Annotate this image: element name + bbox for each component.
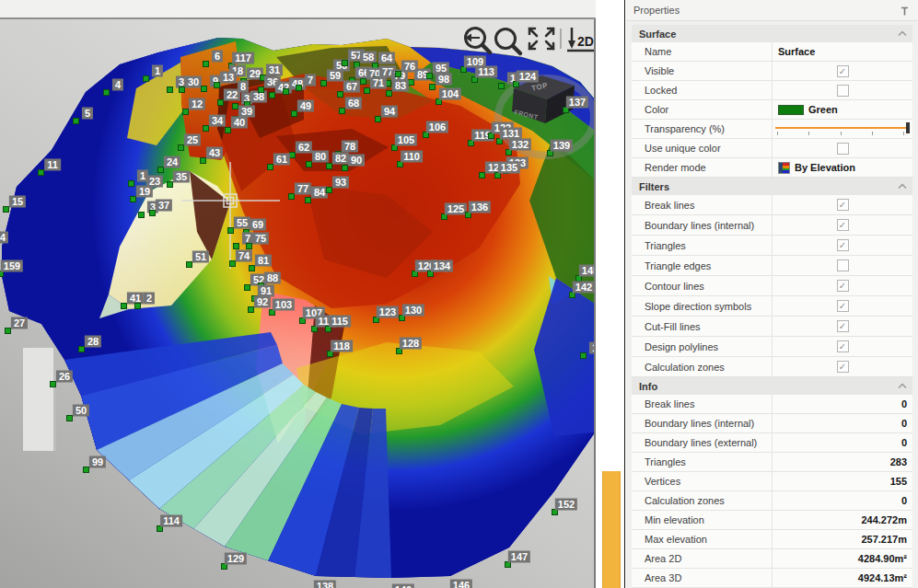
color-swatch[interactable] (778, 105, 804, 115)
prop-row-area-3d: Area 3D4924.13m² (632, 569, 912, 588)
prop-label: Design polylines (632, 337, 772, 356)
prop-label: Triangle edges (632, 256, 772, 275)
prop-label: Min elevation (632, 511, 772, 529)
properties-panel: Properties SurfaceNameSurfaceVisible✓Loc… (626, 0, 918, 588)
chevron-up-icon[interactable] (898, 383, 907, 389)
panel-edge-highlight (602, 471, 621, 588)
checkbox[interactable] (837, 85, 849, 97)
prop-value: 4284.90m² (772, 549, 912, 568)
checkbox[interactable]: ✓ (837, 199, 849, 211)
prop-value: 283 (772, 453, 912, 471)
checkbox[interactable] (837, 259, 849, 271)
prop-row-break-lines: Break lines✓ (632, 195, 912, 215)
render-mode-icon (778, 162, 790, 174)
prop-value: 0 (772, 414, 912, 432)
prop-value[interactable] (772, 81, 912, 99)
prop-row-break-lines: Break lines0 (632, 395, 912, 414)
checkbox[interactable]: ✓ (837, 239, 849, 251)
prop-label: Visible (632, 62, 772, 80)
prop-row-max-elevation: Max elevation257.217m (632, 530, 912, 549)
panel-title: Properties (633, 5, 899, 16)
checkbox[interactable]: ✓ (837, 280, 849, 292)
view-2d-label: 2D (577, 34, 594, 49)
checkbox[interactable]: ✓ (837, 65, 849, 77)
zoom-icon[interactable] (496, 29, 521, 54)
prop-value[interactable] (772, 120, 912, 138)
prop-value[interactable] (772, 256, 912, 275)
prop-row-locked: Locked (632, 81, 912, 100)
prop-label: Locked (632, 81, 772, 99)
prop-row-render-mode: Render modeBy Elevation (632, 158, 912, 178)
prop-label: Cut-Fill lines (632, 317, 772, 336)
checkbox[interactable]: ✓ (837, 219, 849, 231)
prop-value[interactable]: ✓ (772, 276, 912, 295)
prop-label: Calculation zones (632, 357, 772, 376)
pin-icon[interactable] (899, 5, 911, 17)
3d-viewport-area: TOP FRONT 145611718293133091382233836424… (0, 0, 596, 588)
prop-value[interactable]: By Elevation (772, 158, 912, 177)
prop-value[interactable]: ✓ (772, 337, 912, 356)
prop-value: 155 (772, 472, 912, 490)
prop-value[interactable]: ✓ (772, 357, 912, 376)
prop-label: Calculation zones (632, 491, 772, 510)
prop-label: Render mode (632, 158, 772, 177)
section-header-surface[interactable]: Surface (632, 25, 912, 42)
prop-row-slope-direction-symbols: Slope direction symbols✓ (632, 296, 912, 317)
prop-row-triangles: Triangles✓ (632, 236, 912, 256)
prop-row-area-2d: Area 2D4284.90m² (632, 549, 912, 569)
prop-row-boundary-lines-internal: Boundary lines (internal)0 (632, 414, 912, 433)
prop-row-calculation-zones: Calculation zones✓ (632, 357, 912, 377)
checkbox[interactable]: ✓ (837, 361, 849, 373)
prop-value: 257.217m (772, 530, 912, 548)
panel-gap (596, 0, 625, 588)
viewport-toolbar: 2D (0, 19, 594, 588)
prop-value[interactable]: ✓ (772, 236, 912, 255)
prop-label: Transparency (%) (632, 120, 772, 138)
prop-value[interactable]: Surface (772, 42, 912, 61)
prop-label: Triangles (632, 453, 772, 471)
prop-value[interactable] (772, 139, 912, 157)
prop-value[interactable]: ✓ (772, 296, 912, 316)
checkbox[interactable]: ✓ (837, 340, 849, 352)
checkbox[interactable]: ✓ (837, 300, 849, 312)
prop-label: Break lines (632, 395, 772, 413)
prop-value[interactable]: ✓ (772, 215, 912, 235)
app-window: TOP FRONT 145611718293133091382233836424… (0, 0, 918, 588)
transparency-slider[interactable] (775, 121, 910, 137)
prop-row-visible: Visible✓ (632, 62, 912, 81)
section-header-filters[interactable]: Filters (632, 178, 912, 195)
chevron-up-icon[interactable] (898, 183, 907, 190)
prop-row-name: NameSurface (632, 42, 912, 62)
prop-row-contour-lines: Contour lines✓ (632, 276, 912, 296)
prop-row-min-elevation: Min elevation244.272m (632, 511, 912, 530)
zoom-extents-icon[interactable] (529, 29, 553, 49)
section-title: Surface (639, 29, 676, 40)
prop-row-triangle-edges: Triangle edges (632, 256, 912, 276)
prop-label: Max elevation (632, 530, 772, 548)
prop-value: 0 (772, 395, 912, 413)
prop-value[interactable]: Green (772, 100, 912, 119)
prop-value[interactable]: ✓ (772, 62, 912, 80)
checkbox[interactable] (837, 143, 849, 155)
prop-row-cut-fill-lines: Cut-Fill lines✓ (632, 317, 912, 337)
chevron-up-icon[interactable] (898, 30, 907, 37)
prop-value[interactable]: ✓ (772, 317, 912, 336)
3d-viewport[interactable]: TOP FRONT 145611718293133091382233836424… (0, 19, 596, 588)
prop-label: Triangles (632, 236, 772, 255)
checkbox[interactable]: ✓ (837, 320, 849, 332)
prop-row-boundary-lines-external: Boundary lines (external)0 (632, 433, 912, 453)
slider-handle[interactable] (906, 122, 910, 133)
prop-value: 4924.13m² (772, 569, 912, 587)
prop-row-vertices: Vertices155 (632, 472, 912, 491)
zoom-previous-icon[interactable] (465, 29, 490, 53)
panel-body: SurfaceNameSurfaceVisible✓LockedColorGre… (632, 20, 912, 588)
section-header-info[interactable]: Info (632, 377, 912, 395)
prop-row-transparency: Transparency (%) (632, 120, 912, 139)
prop-value[interactable]: ✓ (772, 195, 912, 214)
prop-row-design-polylines: Design polylines✓ (632, 337, 912, 357)
prop-label: Boundary lines (internal) (632, 215, 772, 235)
section-title: Info (639, 381, 657, 392)
color-name: Green (808, 104, 838, 115)
view-2d-icon[interactable]: 2D (567, 28, 594, 51)
prop-row-calculation-zones: Calculation zones0 (632, 491, 912, 511)
